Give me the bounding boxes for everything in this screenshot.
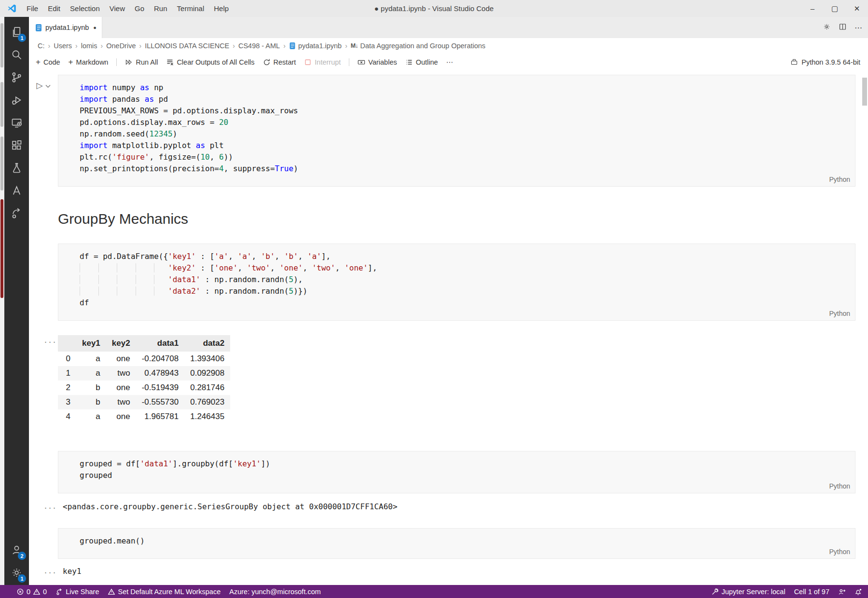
table-cell: 0 [58,352,76,366]
run-all-button[interactable]: Run All [125,58,158,66]
outline-button[interactable]: Outline [405,58,438,66]
breadcrumb-separator: › [283,42,286,50]
status-problems[interactable]: 00 [16,585,47,598]
table-row: 4aone1.9657811.246435 [58,409,230,424]
minimize-button[interactable]: – [801,0,824,17]
activity-accounts[interactable]: 2 [4,540,29,562]
activity-explorer[interactable]: 1 [4,22,29,44]
output-collapse-button[interactable]: ... [29,335,58,424]
settings-gear-icon [823,24,831,32]
breadcrumb-item[interactable]: lomis [81,42,97,50]
add-code-label: Code [43,58,60,66]
breadcrumb-item[interactable]: pydata1.ipynb [289,42,342,50]
menu-run[interactable]: Run [149,0,172,17]
table-cell: one [106,409,136,424]
status-live-share[interactable]: Live Share [55,585,99,598]
breadcrumb-item[interactable]: OneDrive [106,42,136,50]
breadcrumb-item[interactable]: ILLONOIS DATA SCIENCE [145,42,229,50]
table-row: 1atwo0.4789430.092908 [58,366,230,381]
status-notifications[interactable] [854,585,862,598]
output-collapse-button[interactable]: ... [29,566,58,577]
breadcrumb-separator: › [75,42,78,50]
cell-editor[interactable]: grouped.mean() Python [58,528,855,559]
table-cell: 1.393406 [184,352,230,366]
status-jupyter-server[interactable]: Jupyter Server: local [711,585,785,598]
add-markdown-button[interactable]: +Markdown [69,58,109,66]
restart-button[interactable]: Restart [263,58,296,66]
more-actions-icon: ⋯ [854,24,862,32]
activity-live-share[interactable] [4,203,29,226]
activity-settings[interactable]: 1 [4,562,29,585]
more-actions-button[interactable]: ⋯ [854,23,862,32]
kernel-picker[interactable]: Python 3.9.5 64-bit [790,58,860,67]
breadcrumb-label: lomis [81,42,97,50]
menu-terminal[interactable]: Terminal [172,0,209,17]
badge: 1 [18,34,26,42]
cell-language-label: Python [80,481,855,492]
breadcrumb-item[interactable]: C: [38,42,45,50]
cell-gutter: ▷ [29,75,58,187]
close-button[interactable]: ✕ [846,0,868,17]
table-row: 2bone-0.5194390.281746 [58,381,230,395]
variables-label: Variables [368,58,397,66]
dataframe-table: key1key2data1data20aone-0.2047081.393406… [58,335,230,424]
table-cell: two [106,395,136,409]
activity-run-debug[interactable] [4,90,29,112]
status-azure-account[interactable]: Azure: yunch@microsoft.com [229,585,321,598]
code-line: pd.options.display.max_rows = 20 [80,117,855,128]
dataframe-output: ... key1key2data1data20aone-0.2047081.39… [29,335,868,424]
variables-button[interactable]: Variables [358,58,397,66]
activity-search[interactable] [4,44,29,67]
cell-editor[interactable]: df = pd.DataFrame({'key1' : ['a', 'a', '… [58,244,855,321]
toolbar-separator [349,58,349,66]
output-collapse-button[interactable]: ... [29,501,58,513]
chevron-down-icon[interactable] [45,82,51,90]
breadcrumb-separator: › [48,42,51,50]
breadcrumb: C:›Users›lomis›OneDrive›ILLONOIS DATA SC… [29,38,868,54]
breadcrumb-item[interactable]: Users [54,42,72,50]
code-line: 'key2' : ['one', 'two', 'one', 'two', 'o… [80,262,855,274]
breadcrumb-label: CS498 - AML [238,42,280,50]
menu-go[interactable]: Go [130,0,149,17]
markdown-cell[interactable]: GroupBy Mechanics [58,211,868,230]
status-bar-right: Jupyter Server: localCell 1 of 97 [711,585,862,598]
activity-test[interactable] [4,158,29,180]
column-header: data1 [136,335,185,352]
breadcrumb-label: pydata1.ipynb [298,42,342,50]
kernel-label: Python 3.9.5 64-bit [801,58,860,66]
settings-gear-button[interactable] [823,23,831,33]
menu-file[interactable]: File [22,0,43,17]
table-cell: 1.246435 [184,409,230,424]
scrollbar-thumb[interactable] [862,78,867,106]
cell-language-label: Python [80,309,855,319]
tab-pydata1-ipynb[interactable]: pydata1.ipynb ● [29,17,102,38]
status-cell-indicator[interactable]: Cell 1 of 97 [794,585,829,598]
activity-remote-explorer[interactable] [4,112,29,135]
table-cell: -0.555730 [136,395,185,409]
run-cell-button[interactable]: ▷ [36,82,42,90]
menu-edit[interactable]: Edit [43,0,65,17]
warning-icon [108,588,115,596]
menu-selection[interactable]: Selection [65,0,105,17]
clear-outputs-button[interactable]: Clear Outputs of All Cells [166,58,254,66]
activity-azure[interactable] [4,180,29,203]
status-azure-ml-workspace[interactable]: Set Default Azure ML Workspace [108,585,220,598]
add-code-button[interactable]: +Code [36,58,60,66]
activity-extensions[interactable] [4,135,29,158]
maximize-button[interactable]: ▢ [824,0,846,17]
plus-icon: + [69,58,73,66]
breadcrumb-item[interactable]: M↓Data Aggregation and Group Operations [351,42,485,50]
split-editor-button[interactable] [839,23,847,33]
menu-help[interactable]: Help [209,0,234,17]
table-cell: -0.519439 [136,381,185,395]
cell-editor[interactable]: import numpy as npimport pandas as pdPRE… [58,75,855,187]
more-toolbar-actions-button[interactable]: ⋯ [446,58,454,66]
edge-handle [0,82,3,127]
cell-editor[interactable]: grouped = df['data1'].groupby(df['key1']… [58,451,855,493]
breadcrumb-item[interactable]: CS498 - AML [238,42,280,50]
breadcrumb-separator: › [139,42,141,50]
menu-view[interactable]: View [105,0,130,17]
activity-source-control[interactable] [4,67,29,90]
status-feedback[interactable] [838,585,846,598]
azure-icon [10,184,23,199]
